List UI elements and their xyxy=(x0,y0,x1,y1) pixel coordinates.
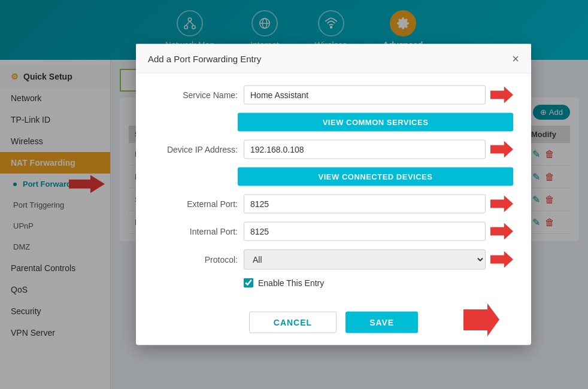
device-ip-arrow xyxy=(490,141,513,158)
external-port-input-wrap xyxy=(244,194,513,214)
port-forwarding-dialog: Add a Port Forwarding Entry × Service Na… xyxy=(136,44,531,345)
service-name-arrow xyxy=(490,87,513,104)
internal-port-label: Internal Port: xyxy=(154,227,238,236)
internal-port-input[interactable] xyxy=(244,222,486,241)
protocol-select[interactable]: All TCP UDP xyxy=(244,250,486,270)
enable-entry-checkbox[interactable] xyxy=(244,278,253,288)
view-connected-devices-row: VIEW CONNECTED DEVICES xyxy=(238,168,513,186)
service-name-input-wrap xyxy=(244,86,513,105)
view-connected-devices-button[interactable]: VIEW CONNECTED DEVICES xyxy=(238,168,513,186)
device-ip-label: Device IP Address: xyxy=(154,145,238,154)
device-ip-input-wrap xyxy=(244,140,513,159)
view-common-services-row: VIEW COMMON SERVICES xyxy=(238,113,513,132)
service-name-label: Service Name: xyxy=(154,90,238,100)
internal-port-arrow xyxy=(490,223,513,240)
protocol-label: Protocol: xyxy=(154,255,238,265)
protocol-arrow xyxy=(490,251,513,268)
external-port-label: External Port: xyxy=(154,199,238,209)
service-name-input[interactable] xyxy=(244,86,486,105)
cancel-button[interactable]: CANCEL xyxy=(249,312,337,333)
dialog-title: Add a Port Forwarding Entry xyxy=(148,53,261,63)
protocol-row: Protocol: All TCP UDP xyxy=(154,250,513,270)
external-port-row: External Port: xyxy=(154,194,513,214)
enable-entry-label: Enable This Entry xyxy=(258,278,324,288)
save-button[interactable]: SAVE xyxy=(345,312,418,333)
dialog-header: Add a Port Forwarding Entry × xyxy=(136,44,531,74)
external-port-arrow xyxy=(490,196,513,212)
protocol-input-wrap: All TCP UDP xyxy=(244,250,513,270)
dialog-body: Service Name: VIEW COMMON SERVICES Devic… xyxy=(136,74,531,306)
service-name-row: Service Name: xyxy=(154,86,513,105)
internal-port-input-wrap xyxy=(244,222,513,241)
dialog-footer: CANCEL SAVE xyxy=(136,306,531,345)
external-port-input[interactable] xyxy=(244,194,486,214)
close-dialog-button[interactable]: × xyxy=(512,53,519,65)
view-common-services-button[interactable]: VIEW COMMON SERVICES xyxy=(238,113,513,132)
internal-port-row: Internal Port: xyxy=(154,222,513,241)
enable-entry-row: Enable This Entry xyxy=(244,278,513,288)
device-ip-input[interactable] xyxy=(244,140,486,159)
device-ip-row: Device IP Address: xyxy=(154,140,513,159)
